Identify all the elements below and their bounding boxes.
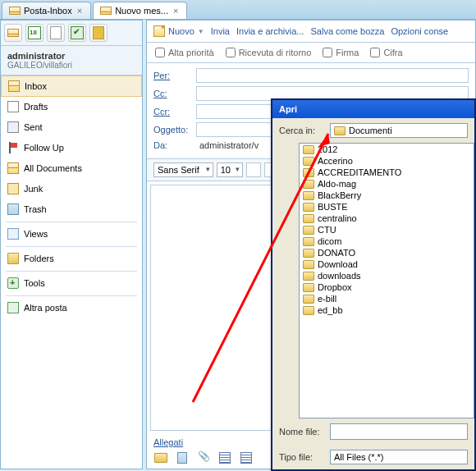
check-icon[interactable] <box>68 24 86 42</box>
attachment-view-button[interactable] <box>239 450 254 465</box>
folder-name: ed_bb <box>318 305 343 315</box>
folder-item[interactable]: BlackBerry <box>300 190 474 201</box>
folder-item[interactable]: e-bill <box>300 293 474 304</box>
sidebar: administrator GALILEO/villafiori Inbox D… <box>0 20 143 469</box>
folder-icon <box>303 272 314 281</box>
folder-item[interactable]: ACCREDITAMENTO <box>300 167 474 178</box>
sidebar-item-trash[interactable]: Trash <box>1 199 142 220</box>
mail-icon <box>7 162 19 174</box>
folder-item[interactable]: ed_bb <box>300 304 474 316</box>
to-label[interactable]: Per: <box>153 71 196 80</box>
from-label: Da: <box>153 140 196 150</box>
sent-icon <box>7 121 19 133</box>
folder-icon <box>303 168 314 177</box>
sign-checkbox[interactable]: Firma <box>323 48 359 57</box>
folder-item[interactable]: Aldo-mag <box>300 178 474 190</box>
remove-attachment-button[interactable] <box>175 450 190 465</box>
other-mail-icon <box>7 302 19 313</box>
look-in-select[interactable]: Documenti <box>330 123 468 138</box>
new-icon <box>153 25 165 37</box>
priority-checkbox[interactable]: Alta priorità <box>155 48 214 57</box>
send-link[interactable]: Invia <box>211 26 230 36</box>
folder-item[interactable]: Download <box>300 258 474 270</box>
folder-icon <box>303 157 314 166</box>
sidebar-item-sent[interactable]: Sent <box>1 117 142 138</box>
close-icon[interactable]: × <box>172 6 180 16</box>
sidebar-item-label: Folders <box>24 254 54 263</box>
paperclip-icon <box>198 452 209 464</box>
folder-item[interactable]: downloads <box>300 270 474 281</box>
font-family-select[interactable]: Sans Serif <box>153 162 213 177</box>
folder-item[interactable]: centralino <box>300 213 474 224</box>
folder-icon <box>303 260 314 269</box>
attachment-view-button[interactable] <box>217 450 232 465</box>
sidebar-item-other-mail[interactable]: Altra posta <box>1 298 142 318</box>
folder-icon <box>303 191 314 200</box>
send-archive-link[interactable]: Invia e archivia... <box>236 26 304 36</box>
filename-input[interactable] <box>330 423 468 440</box>
sidebar-item-label: Follow Up <box>24 143 64 153</box>
sidebar-item-alldocs[interactable]: All Documents <box>1 158 142 179</box>
attachments-label[interactable]: Allegati <box>153 437 183 447</box>
sidebar-item-junk[interactable]: Junk <box>1 179 142 199</box>
folder-list[interactable]: 2012AccerinoACCREDITAMENTOAldo-magBlackB… <box>299 143 474 418</box>
receipt-checkbox[interactable]: Ricevuta di ritorno <box>226 48 312 57</box>
calendar-icon[interactable] <box>25 24 43 42</box>
folder-icon <box>7 253 19 264</box>
folder-name: 2012 <box>318 144 337 154</box>
cc-label[interactable]: Cc: <box>153 89 196 98</box>
add-attachment-button[interactable] <box>153 450 168 465</box>
folder-icon <box>303 237 314 246</box>
folder-item[interactable]: dicom <box>300 236 474 247</box>
tab-inbox[interactable]: Posta-Inbox × <box>2 2 91 19</box>
folder-item[interactable]: BUSTE <box>300 201 474 213</box>
folder-item[interactable]: Dropbox <box>300 281 474 293</box>
sidebar-item-label: All Documents <box>24 163 82 173</box>
folder-name: e-bill <box>318 294 336 304</box>
tools-icon <box>7 277 19 289</box>
format-button[interactable] <box>246 162 261 177</box>
attachment-options-button[interactable] <box>196 450 211 465</box>
sidebar-item-inbox[interactable]: Inbox <box>1 75 142 97</box>
folder-icon <box>303 226 314 235</box>
save-draft-link[interactable]: Salva come bozza <box>311 26 385 36</box>
user-info: administrator GALILEO/villafiori <box>1 46 142 75</box>
sidebar-item-drafts[interactable]: Drafts <box>1 97 142 117</box>
close-icon[interactable]: × <box>76 6 84 16</box>
tab-label: Posta-Inbox <box>24 6 72 16</box>
notebook-icon[interactable] <box>89 24 108 42</box>
mail-icon[interactable] <box>4 24 22 42</box>
folder-item[interactable]: Accerino <box>300 155 474 167</box>
bcc-label[interactable]: Ccr: <box>153 107 196 117</box>
folder-name: downloads <box>318 271 361 281</box>
user-name: administrator <box>7 51 135 61</box>
sidebar-item-label: Tools <box>24 278 45 288</box>
mail-icon <box>9 7 21 15</box>
trash-icon <box>7 203 19 215</box>
sidebar-item-label: Junk <box>24 184 43 194</box>
tab-new-message[interactable]: Nuovo mes... × <box>93 2 187 19</box>
folder-name: Accerino <box>318 156 353 166</box>
folder-item[interactable]: 2012 <box>300 144 474 155</box>
inbox-icon <box>8 80 20 92</box>
options-link[interactable]: Opzioni conse <box>391 26 448 36</box>
folder-icon <box>303 295 314 304</box>
to-input[interactable] <box>196 68 469 83</box>
look-in-label: Cerca in: <box>279 126 325 135</box>
folder-item[interactable]: DONATO <box>300 247 474 258</box>
views-icon <box>7 228 19 240</box>
font-size-select[interactable]: 10 <box>217 162 243 177</box>
compose-toolbar: Nuovo▼ Invia Invia e archivia... Salva c… <box>147 21 475 43</box>
filetype-select[interactable]: All Files (*.*) <box>330 450 468 464</box>
encrypt-checkbox[interactable]: Cifra <box>370 48 402 57</box>
sidebar-item-followup[interactable]: Follow Up <box>1 138 142 158</box>
new-button[interactable]: Nuovo▼ <box>153 25 204 37</box>
folder-icon <box>303 214 314 223</box>
folder-item[interactable]: CTU <box>300 224 474 236</box>
contacts-icon[interactable] <box>47 24 65 42</box>
sidebar-item-views[interactable]: Views <box>1 224 142 245</box>
sidebar-toolbar <box>1 21 142 46</box>
sidebar-item-folders[interactable]: Folders <box>1 249 142 269</box>
sidebar-item-tools[interactable]: Tools <box>1 273 142 294</box>
sidebar-item-label: Views <box>24 229 48 239</box>
